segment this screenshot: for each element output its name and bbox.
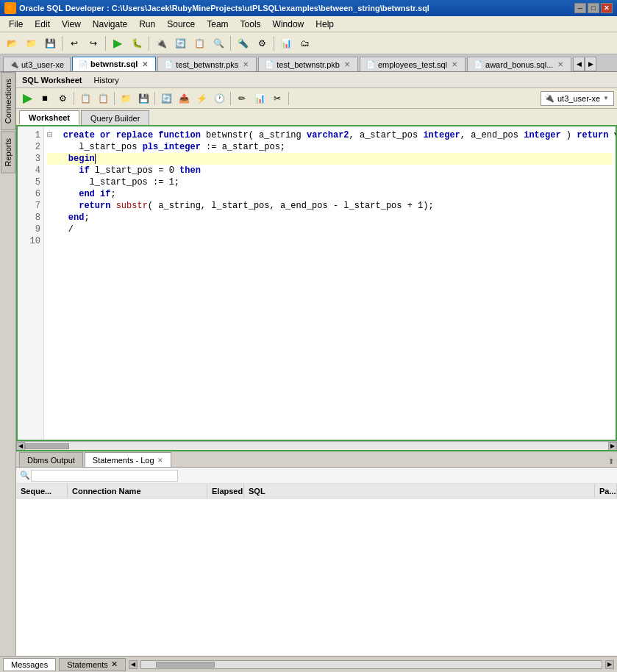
ws-toolbar-sep-2 bbox=[114, 92, 115, 105]
scroll-track[interactable] bbox=[25, 443, 608, 450]
bottom-tab-statements-log[interactable]: Statements - Log ✕ bbox=[85, 452, 171, 467]
new-file-button[interactable]: 📂 bbox=[3, 35, 21, 51]
menu-item-edit[interactable]: Edit bbox=[29, 18, 56, 31]
menu-item-tools[interactable]: Tools bbox=[235, 18, 267, 31]
open-file-button[interactable]: 📁 bbox=[118, 90, 134, 107]
line-number-8: 8 bbox=[18, 212, 43, 224]
ws-tab-worksheet[interactable]: Worksheet bbox=[19, 110, 79, 125]
line-number-4: 4 bbox=[18, 165, 43, 176]
editor-tabs-row: 🔌 ut3_user-xe 📄 betwnstr.sql ✕ 📄 test_be… bbox=[0, 54, 617, 72]
sidebar-reports-tab[interactable]: Reports bbox=[1, 132, 15, 174]
statements-close-icon[interactable]: ✕ bbox=[111, 660, 118, 669]
sql-worksheet-label: SQL Worksheet bbox=[22, 76, 82, 85]
undo-button[interactable]: ↩ bbox=[65, 35, 83, 51]
status-scroll-track[interactable] bbox=[140, 660, 602, 669]
redo-button[interactable]: ↪ bbox=[85, 35, 102, 51]
commit-button[interactable]: ⚙ bbox=[54, 90, 71, 107]
run-script-button[interactable]: ⏹ bbox=[37, 90, 53, 107]
tab-betwnstr-sql[interactable]: 📄 betwnstr.sql ✕ bbox=[72, 57, 156, 71]
tab-employees-test[interactable]: 📄 employees_test.sql ✕ bbox=[360, 57, 466, 71]
run-statement-button[interactable]: ▶ bbox=[19, 90, 35, 107]
status-messages-tab[interactable]: Messages bbox=[3, 658, 56, 671]
save-button[interactable]: 💾 bbox=[41, 35, 59, 51]
menu-item-team[interactable]: Team bbox=[201, 18, 234, 31]
cancel-button[interactable]: 📋 bbox=[95, 90, 111, 107]
rollback-button[interactable]: 📋 bbox=[77, 90, 93, 107]
explain-plan-button[interactable]: 📤 bbox=[176, 90, 192, 107]
status-scroll-thumb[interactable] bbox=[156, 662, 215, 668]
menu-item-navigate[interactable]: Navigate bbox=[87, 18, 133, 31]
editor-horizontal-scrollbar[interactable]: ◀ ▶ bbox=[16, 441, 617, 450]
sidebar-connections-tab[interactable]: Connections bbox=[1, 72, 15, 130]
code-content[interactable]: ⊟ create or replace function betwnstr( a… bbox=[44, 126, 616, 440]
tab-close-2[interactable]: ✕ bbox=[241, 60, 250, 68]
open-button[interactable]: 📁 bbox=[22, 35, 40, 51]
connection-dropdown-area: 🔌 ut3_user-xe ▼ bbox=[541, 91, 614, 106]
save-file-button[interactable]: 💾 bbox=[135, 90, 151, 107]
tab-close-3[interactable]: ✕ bbox=[343, 60, 352, 68]
status-scroll-right[interactable]: ▶ bbox=[605, 660, 614, 669]
toolbar-separator-1 bbox=[62, 36, 63, 51]
line-number-21 bbox=[18, 365, 43, 376]
tab-label-5: award_bonus.sql... bbox=[485, 60, 553, 69]
extra-btn-1[interactable]: 📊 bbox=[277, 35, 295, 51]
tab-label-3: test_betwnstr.pkb bbox=[277, 60, 340, 69]
connection-name: ut3_user-xe bbox=[557, 94, 600, 103]
code-line-22 bbox=[47, 376, 613, 388]
line-number-6: 6 bbox=[18, 188, 43, 200]
find-button[interactable]: 🔦 bbox=[234, 35, 252, 51]
debug-button[interactable]: 🐛 bbox=[128, 35, 146, 51]
maximize-button[interactable]: □ bbox=[588, 3, 599, 13]
scroll-left-button[interactable]: ◀ bbox=[16, 442, 25, 451]
bottom-panel-restore-button[interactable]: ⬆ bbox=[608, 457, 614, 465]
history-button[interactable]: 🕐 bbox=[211, 90, 227, 107]
menu-item-source[interactable]: Source bbox=[161, 18, 201, 31]
scroll-thumb[interactable] bbox=[25, 443, 69, 449]
clear-button[interactable]: 📊 bbox=[252, 90, 268, 107]
menu-item-run[interactable]: Run bbox=[133, 18, 161, 31]
code-line-1: ⊟ create or replace function betwnstr( a… bbox=[47, 129, 613, 141]
statements-log-close-icon[interactable]: ✕ bbox=[157, 457, 163, 464]
scroll-right-button[interactable]: ▶ bbox=[608, 442, 617, 451]
menu-item-view[interactable]: View bbox=[56, 18, 87, 31]
minimize-button[interactable]: ─ bbox=[574, 3, 586, 13]
close-button[interactable]: ✕ bbox=[601, 3, 613, 13]
code-line-2: l_start_pos pls_integer := a_start_pos; bbox=[47, 141, 613, 153]
tab-test-betwnstr-pkb[interactable]: 📄 test_betwnstr.pkb ✕ bbox=[258, 57, 358, 71]
menu-item-window[interactable]: Window bbox=[267, 18, 310, 31]
format-button[interactable]: ✏ bbox=[234, 90, 250, 107]
run-button[interactable]: ▶ bbox=[109, 35, 126, 51]
tab-label-1: betwnstr.sql bbox=[90, 60, 138, 68]
history-tab[interactable]: History bbox=[88, 76, 125, 85]
properties-button[interactable]: 📋 bbox=[190, 35, 208, 51]
filter-button[interactable]: 🔍 bbox=[210, 35, 227, 51]
tab-close-1[interactable]: ✕ bbox=[140, 60, 149, 68]
code-line-13 bbox=[47, 271, 613, 282]
compile-button[interactable]: ⚙ bbox=[253, 35, 271, 51]
status-scroll-left[interactable]: ◀ bbox=[129, 660, 138, 669]
connection-selector[interactable]: 🔌 ut3_user-xe ▼ bbox=[541, 91, 614, 106]
menu-item-help[interactable]: Help bbox=[310, 18, 340, 31]
status-statements-tab[interactable]: Statements ✕ bbox=[59, 658, 126, 671]
tab-award-bonus[interactable]: 📄 award_bonus.sql... ✕ bbox=[467, 57, 571, 71]
tab-test-betwnstr-pks[interactable]: 📄 test_betwnstr.pks ✕ bbox=[157, 57, 257, 71]
tab-ut3-user-xe[interactable]: 🔌 ut3_user-xe bbox=[3, 57, 71, 71]
bottom-tab-dbms-output[interactable]: Dbms Output bbox=[19, 452, 83, 467]
toolbar-separator-3 bbox=[149, 36, 149, 51]
tab-close-4[interactable]: ✕ bbox=[450, 60, 459, 68]
code-editor[interactable]: 12345678910 ⊟ create or replace function… bbox=[16, 126, 617, 441]
tab-close-5[interactable]: ✕ bbox=[556, 60, 565, 68]
tabs-nav-right[interactable]: ▶ bbox=[585, 57, 596, 71]
connections-button[interactable]: 🔌 bbox=[152, 35, 170, 51]
tabs-nav-left[interactable]: ◀ bbox=[573, 57, 585, 71]
line-number-23 bbox=[18, 388, 43, 400]
viewer-button[interactable]: 🔄 bbox=[158, 90, 174, 107]
menu-item-file[interactable]: File bbox=[3, 18, 29, 31]
autotrace-button[interactable]: ⚡ bbox=[193, 90, 210, 107]
statements-search-input[interactable] bbox=[31, 470, 178, 482]
ws-tab-query-builder[interactable]: Query Builder bbox=[81, 110, 149, 125]
title-text: Oracle SQL Developer : C:\Users\Jacek\Ru… bbox=[19, 4, 574, 12]
refresh-button[interactable]: 🔄 bbox=[171, 35, 189, 51]
extra-btn-2[interactable]: 🗂 bbox=[296, 35, 314, 51]
to-upper-button[interactable]: ✂ bbox=[269, 90, 285, 107]
